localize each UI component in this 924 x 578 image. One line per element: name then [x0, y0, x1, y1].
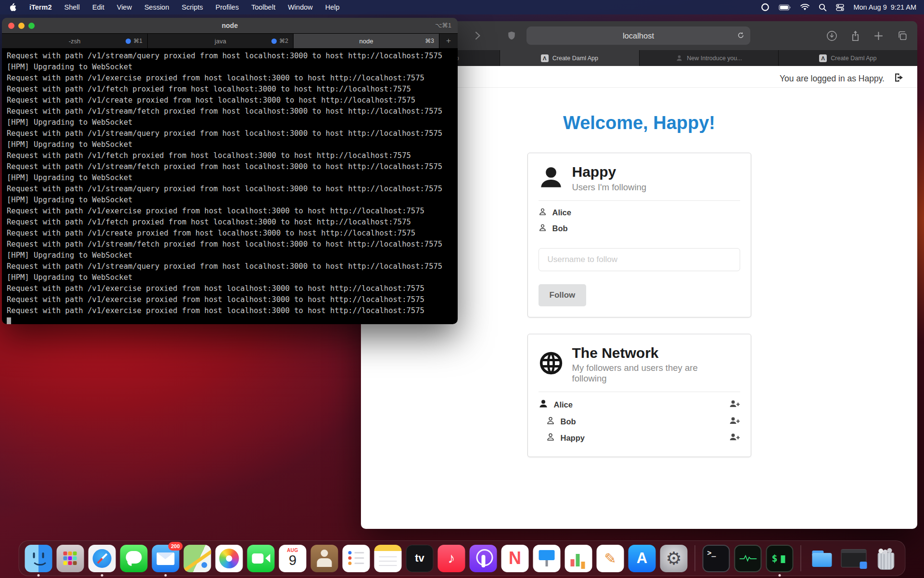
terminal-tab-java[interactable]: java⌘2: [148, 34, 294, 48]
terminal-new-tab-button[interactable]: +: [439, 34, 458, 48]
terminal-line: Request with path /v1/exercise proxied f…: [7, 294, 458, 305]
browser-tab-3[interactable]: New Introduce you...: [640, 50, 779, 66]
search-icon[interactable]: [819, 3, 827, 12]
globe-icon: [539, 351, 564, 378]
menu-shell[interactable]: Shell: [58, 3, 86, 11]
dock-podcasts[interactable]: [470, 545, 497, 572]
dock-news[interactable]: N: [501, 545, 529, 572]
dock-maps[interactable]: [184, 545, 211, 572]
running-indicator: [779, 574, 781, 577]
terminal-output[interactable]: Request with path /v1/stream/query proxi…: [2, 48, 458, 324]
browser-tab-2[interactable]: ΛCreate Daml App: [500, 50, 639, 66]
control-center-icon[interactable]: [836, 3, 844, 12]
terminal-line: Request with path /v1/fetch proxied from…: [7, 150, 458, 161]
dock-messages[interactable]: [120, 545, 148, 572]
terminal-title-bar[interactable]: node ⌥⌘1: [2, 18, 458, 34]
dock-downloads-folder[interactable]: [808, 545, 836, 572]
browser-tab-4[interactable]: ΛCreate Daml App: [779, 50, 917, 66]
dock-mail[interactable]: 200: [152, 545, 180, 572]
divider: [539, 392, 740, 392]
dock-notes[interactable]: [374, 545, 402, 572]
dock-reminders[interactable]: [343, 545, 370, 572]
minimized-window-icon: [841, 549, 867, 567]
tab-overview-button[interactable]: [897, 30, 908, 43]
share-button[interactable]: [850, 30, 860, 43]
member-info: Happy: [539, 433, 585, 443]
terminal-tabs: -zsh⌘1java⌘2node⌘3: [2, 34, 439, 48]
add-user-icon[interactable]: [729, 400, 740, 410]
safari-icon: [89, 545, 116, 572]
menu-session[interactable]: Session: [138, 3, 176, 11]
dock-monitor-terminal[interactable]: [734, 545, 762, 572]
user-icon: [546, 416, 555, 427]
dock-appstore[interactable]: A: [629, 545, 656, 572]
list-item: Bob: [539, 221, 740, 236]
username-input[interactable]: [539, 248, 740, 271]
dock-settings[interactable]: ⚙: [660, 545, 688, 572]
wifi-icon[interactable]: [800, 4, 809, 11]
list-item: Happy: [539, 430, 740, 446]
login-row: You are logged in as Happy.: [780, 72, 905, 85]
terminal-tab-meta: ⌘2: [271, 38, 288, 44]
dock-minimized-window[interactable]: [840, 545, 868, 572]
following-card: Happy Users I'm following AliceBob Follo…: [527, 153, 751, 317]
list-item: Bob: [539, 413, 740, 430]
terminal-tab-node[interactable]: node⌘3: [294, 34, 439, 48]
daml-favicon: Λ: [819, 54, 827, 62]
menu-window[interactable]: Window: [282, 3, 319, 11]
icon-glyph: N: [501, 545, 529, 572]
dock-launchpad[interactable]: [57, 545, 84, 572]
terminal-tab-zsh[interactable]: -zsh⌘1: [2, 34, 148, 48]
terminal-tab-meta: ⌘3: [425, 38, 434, 44]
apple-menu-icon[interactable]: [0, 3, 23, 12]
running-indicator: [165, 574, 167, 577]
privacy-shield-icon[interactable]: [507, 30, 516, 43]
ring-icon[interactable]: [761, 3, 770, 12]
dock-facetime[interactable]: [247, 545, 275, 572]
dock-iterm[interactable]: >_: [703, 545, 730, 572]
follow-button[interactable]: Follow: [539, 284, 587, 306]
terminal-tab-bar: -zsh⌘1java⌘2node⌘3 +: [2, 34, 458, 48]
menu-iterm2[interactable]: iTerm2: [23, 3, 58, 11]
dock-photos[interactable]: [216, 545, 243, 572]
dock-pages[interactable]: ✎: [597, 545, 624, 572]
add-user-icon[interactable]: [729, 433, 740, 443]
terminal-window: node ⌥⌘1 -zsh⌘1java⌘2node⌘3 + Request wi…: [2, 18, 458, 324]
generic-favicon: [675, 54, 683, 62]
terminal-tab-shortcut: ⌘2: [279, 38, 288, 44]
menu-scripts[interactable]: Scripts: [176, 3, 209, 11]
battery-icon[interactable]: [779, 4, 791, 11]
menu-profiles[interactable]: Profiles: [209, 3, 245, 11]
finder-icon: [25, 545, 52, 572]
dock-contacts[interactable]: [311, 545, 338, 572]
add-user-icon[interactable]: [729, 417, 740, 427]
downloads-button[interactable]: [826, 30, 837, 43]
dock-calendar[interactable]: AUG9: [279, 545, 307, 572]
menu-help[interactable]: Help: [319, 3, 346, 11]
menu-toolbelt[interactable]: Toolbelt: [245, 3, 282, 11]
list-item: Alice: [539, 396, 740, 413]
forward-button[interactable]: [473, 30, 482, 43]
running-indicator: [101, 574, 103, 577]
new-tab-button[interactable]: [873, 31, 884, 43]
reload-button[interactable]: [737, 30, 745, 42]
terminal-line: Request with path /v1/stream/query proxi…: [7, 184, 458, 195]
desktop: iTerm2ShellEditViewSessionScriptsProfile…: [0, 0, 924, 578]
sign-out-icon[interactable]: [893, 72, 905, 85]
dock-appletv[interactable]: tv: [406, 545, 434, 572]
menu-view[interactable]: View: [111, 3, 138, 11]
dock-finder[interactable]: [25, 545, 52, 572]
terminal-line: Request with path /v1/exercise proxied f…: [7, 305, 458, 316]
dock-shell-terminal[interactable]: $: [766, 545, 794, 572]
dock-safari[interactable]: [89, 545, 116, 572]
daml-favicon: Λ: [541, 54, 549, 62]
dock-keynote[interactable]: [533, 545, 561, 572]
menu-edit[interactable]: Edit: [86, 3, 111, 11]
address-bar[interactable]: localhost: [526, 26, 750, 45]
menu-clock[interactable]: Mon Aug 9 9:21 AM: [853, 3, 916, 11]
dock-music[interactable]: ♪: [438, 545, 465, 572]
dock-trash[interactable]: [872, 545, 899, 572]
dock-numbers[interactable]: [565, 545, 592, 572]
icon-glyph: ⚙: [660, 545, 688, 572]
network-list: AliceBobHappy: [539, 396, 740, 446]
